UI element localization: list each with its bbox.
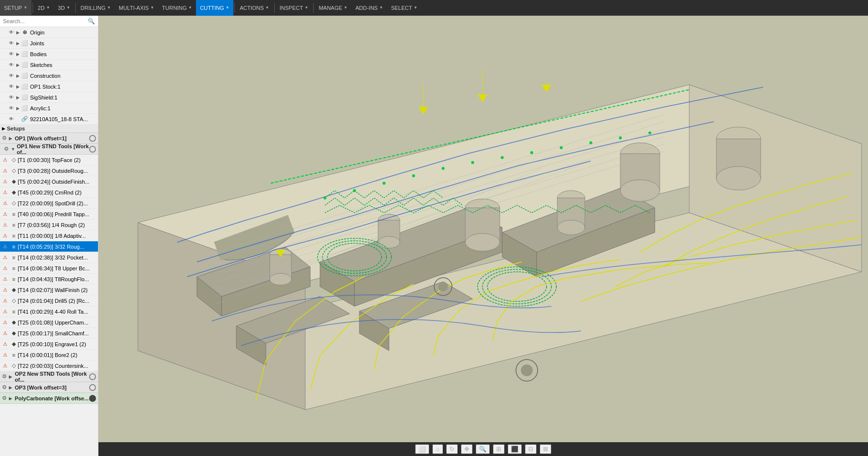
svg-point-34	[620, 180, 660, 201]
op-t11[interactable]: ⚠ ≡ [T11 (0:00:00)] 1/8 Adaptiv...	[0, 230, 98, 241]
main-toolbar: SETUP▼ 2D▼ 3D▼ DRILLING▼ MULTI-AXIS▼ TUR…	[0, 0, 868, 16]
op-t1[interactable]: ⚠ ◇ [T1 (0:00:30)] TopFace (2)	[0, 155, 98, 165]
op-t25c[interactable]: ⚠ ◆ [T25 (0:00:10)] Engrave1 (2)	[0, 339, 98, 350]
svg-text:Y: Y	[664, 266, 668, 273]
warn-icon: ⚠	[3, 320, 10, 325]
setups-section-header[interactable]: ▶ Setups	[0, 125, 98, 133]
view-pan-button[interactable]: ✥	[461, 444, 473, 454]
view-fit-button[interactable]: ⬜	[415, 444, 429, 454]
view-shaded-button[interactable]: ⬛	[508, 444, 522, 454]
setups-label: Setups	[7, 126, 25, 131]
tree-item-acrylic[interactable]: 👁 ▶ ⬜ Acrylic:1	[0, 103, 98, 114]
warn-icon: ⚠	[3, 233, 10, 238]
acrylic-icon: ⬜	[21, 105, 29, 111]
multiaxis-button[interactable]: MULTI-AXIS▼	[115, 0, 158, 16]
op-t7[interactable]: ⚠ ≡ [T7 (0:03:56)] 1/4 Rough (2)	[0, 220, 98, 230]
tree-item-op1stock[interactable]: 👁 ▶ ⬜ OP1 Stock:1	[0, 81, 98, 92]
op-type-icon: ≡	[10, 265, 18, 271]
view-zoom-button[interactable]: 🔍	[476, 444, 490, 454]
inspect-button[interactable]: INSPECT▼	[276, 0, 313, 16]
op-type-icon: ≡	[10, 244, 18, 250]
search-input[interactable]	[3, 18, 86, 24]
op-type-icon: ≡	[10, 255, 18, 261]
op-t25a[interactable]: ⚠ ◆ [T25 (0:01:08)] UpperCham...	[0, 317, 98, 328]
op2-row[interactable]: ⚙ ▶ OP2 New STND Tools [Work of...	[0, 371, 98, 382]
op-t5[interactable]: ⚠ ◆ [T5 (0:00:24)] OutsideFinish...	[0, 176, 98, 187]
toolbar-separator-1	[32, 3, 33, 13]
visibility-icon: 👁	[8, 105, 15, 111]
tree-item-sketches[interactable]: 👁 ▶ ⬜ Sketches	[0, 60, 98, 70]
op-type-icon: ≡	[10, 352, 18, 358]
visibility-icon: 👁	[8, 73, 15, 78]
svg-point-69	[438, 282, 448, 292]
tree-item-joints[interactable]: 👁 ▶ ⬜ Joints	[0, 38, 98, 49]
svg-point-37	[716, 166, 761, 190]
op-type-icon: ◆	[10, 330, 18, 336]
op-t22a[interactable]: ⚠ ◇ [T22 (0:00:09)] SpotDrill (2)...	[0, 198, 98, 209]
op-t25b[interactable]: ⚠ ◆ [T25 (0:00:17)] SmallChamf...	[0, 328, 98, 339]
svg-point-57	[353, 189, 356, 192]
view-orbit-button[interactable]: ↻	[446, 444, 458, 454]
visibility-icon: 👁	[8, 84, 15, 89]
svg-point-56	[323, 196, 326, 199]
op-type-icon: ◆	[10, 341, 18, 347]
op-t24[interactable]: ⚠ ◇ [T24 (0:01:04)] Drill5 (2) [Rc...	[0, 295, 98, 306]
op-t14a[interactable]: ⚠ ≡ [T14 (0:05:29)] 3/32 Roug...	[0, 241, 98, 252]
tree-item-link[interactable]: 👁 🔗 92210A105_18-8 STA...	[0, 114, 98, 125]
op3-circle	[89, 384, 96, 391]
cutting-button[interactable]: CUTTING▼	[196, 0, 233, 16]
turning-button[interactable]: TURNING▼	[158, 0, 196, 16]
svg-point-66	[619, 136, 622, 139]
tree-item-origin[interactable]: 👁 ▶ ⊕ Origin	[0, 27, 98, 38]
tree-item-construction[interactable]: 👁 ▶ ⬜ Construction	[0, 70, 98, 81]
tree-item-bodies[interactable]: 👁 ▶ ⬜ Bodies	[0, 49, 98, 60]
op1new-row[interactable]: ⚙ ▼ OP1 New STND Tools [Work of...	[0, 144, 98, 155]
visibility-icon: 👁	[8, 95, 15, 100]
setup-button[interactable]: SETUP▼	[0, 0, 32, 16]
op-t14d[interactable]: ⚠ ≡ [T14 (0:04:43)] T8RoughFlo...	[0, 274, 98, 285]
op-type-icon: ◇	[10, 157, 18, 163]
op1-row[interactable]: ⚙ ▶ OP1 [Work offset=1]	[0, 133, 98, 144]
op-t45[interactable]: ⚠ ◆ [T45 (0:00:29)] CrnRnd (2)	[0, 187, 98, 198]
select-button[interactable]: SELECT▼	[387, 0, 421, 16]
sketches-icon: ⬜	[21, 62, 29, 68]
op-t14e[interactable]: ⚠ ◆ [T14 (0:02:07)] WallFinish (2)	[0, 285, 98, 295]
warn-icon: ⚠	[3, 265, 10, 271]
polycarbonate-row[interactable]: ⚙ ▶ PolyCarbonate [Work offse...	[0, 393, 98, 404]
op-t14b[interactable]: ⚠ ≡ [T14 (0:02:38)] 3/32 Pocket...	[0, 252, 98, 263]
op1new-label: OP1 New STND Tools [Work of...	[17, 143, 89, 155]
op-type-icon: ◇	[10, 167, 18, 174]
sigshield-icon: ⬜	[21, 94, 29, 100]
svg-point-22	[270, 273, 291, 285]
joints-icon: ⬜	[21, 40, 29, 46]
op-type-icon: ≡	[10, 276, 18, 282]
op-t14c[interactable]: ⚠ ≡ [T14 (0:06:34)] T8 Upper Bc...	[0, 263, 98, 274]
view-section-button[interactable]: ⊟	[525, 444, 537, 454]
link-icon: 🔗	[21, 116, 29, 122]
3d-button[interactable]: 3D▼	[54, 0, 74, 16]
view-grid-button[interactable]: ⊠	[540, 444, 551, 454]
actions-button[interactable]: ACTIONS▼	[236, 0, 273, 16]
tree-item-sigshield[interactable]: 👁 ▶ ⬜ SigShield:1	[0, 92, 98, 103]
addins-button[interactable]: ADD-INS▼	[352, 0, 387, 16]
warn-icon: ⚠	[3, 190, 10, 195]
manage-button[interactable]: MANAGE▼	[315, 0, 352, 16]
poly-icon: ⚙	[2, 395, 9, 401]
svg-point-60	[442, 167, 445, 170]
poly-label: PolyCarbonate [Work offse...	[15, 395, 89, 401]
search-bar: 🔍	[0, 16, 98, 27]
op-t41[interactable]: ⚠ ≡ [T41 (0:00:29)] 4-40 Roll Ta...	[0, 306, 98, 317]
op-t22b[interactable]: ⚠ ◇ [T22 (0:00:03)] Countersink...	[0, 360, 98, 371]
op-t40[interactable]: ⚠ ≡ [T40 (0:00:06)] Predrill Tapp...	[0, 209, 98, 220]
drilling-button[interactable]: DRILLING▼	[77, 0, 115, 16]
2d-button[interactable]: 2D▼	[34, 0, 54, 16]
svg-point-61	[471, 161, 474, 164]
op-t3[interactable]: ⚠ ◇ [T3 (0:00:28)] OutsideRoug...	[0, 165, 98, 176]
op-t14f[interactable]: ⚠ ≡ [T14 (0:00:01)] Bore2 (2)	[0, 350, 98, 360]
view-wireframe-button[interactable]: ⊞	[493, 444, 505, 454]
construction-icon: ⬜	[21, 72, 29, 79]
op2-expand: ▶	[9, 374, 15, 379]
3d-viewport[interactable]: X Z Y	[98, 16, 868, 456]
view-home-button[interactable]: ⌂	[432, 444, 443, 454]
op3-row[interactable]: ⚙ ▶ OP3 [Work offset=3]	[0, 382, 98, 393]
